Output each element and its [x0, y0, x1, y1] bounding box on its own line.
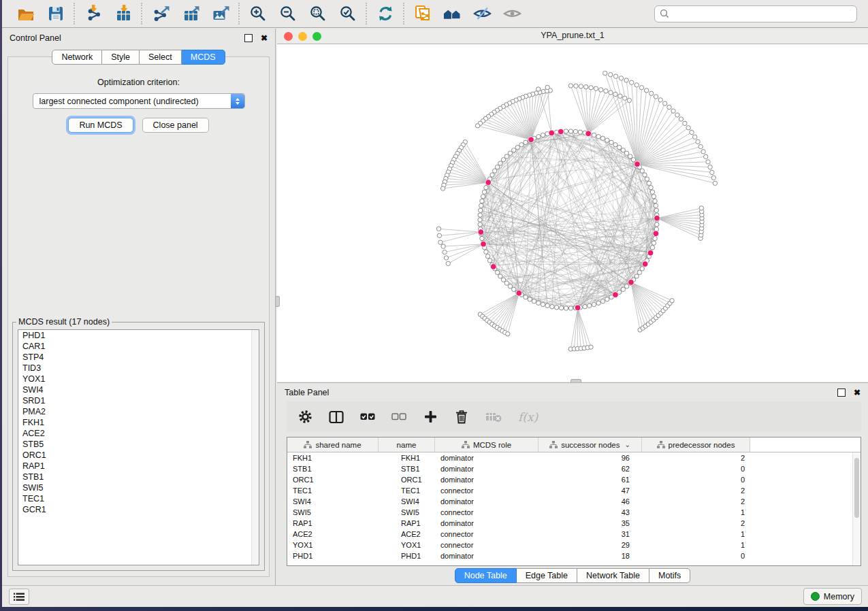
table-cell: ACE2: [379, 530, 435, 538]
table-cell: TEC1: [287, 486, 379, 495]
network-canvas[interactable]: [277, 44, 868, 382]
zoom-in-button[interactable]: [248, 5, 267, 23]
float-panel-icon[interactable]: [244, 34, 253, 42]
mcds-result-node[interactable]: SRD1: [18, 395, 259, 406]
table-cell: YOX1: [287, 541, 379, 549]
import-network-button[interactable]: [84, 5, 102, 23]
clone-network-view-button[interactable]: [413, 5, 432, 23]
refresh-button[interactable]: [376, 5, 394, 23]
tab-edge-table[interactable]: Edge Table: [517, 568, 577, 583]
zoom-out-button[interactable]: [278, 5, 297, 23]
table-cell: connector: [435, 530, 539, 538]
export-table-button[interactable]: [181, 5, 199, 23]
first-neighbors-icon: [443, 5, 462, 22]
tab-motifs[interactable]: Motifs: [649, 568, 690, 583]
mcds-result-node[interactable]: STP4: [18, 352, 259, 363]
table-row[interactable]: SWI5SWI5connector431: [287, 507, 861, 518]
search-input[interactable]: [673, 8, 852, 19]
table-row[interactable]: PHD1PHD1dominator180: [287, 550, 861, 561]
mcds-result-node[interactable]: ACE2: [18, 428, 259, 439]
table-cell: STB1: [287, 465, 379, 473]
column-header[interactable]: successor nodes⌄: [539, 437, 642, 452]
settings-button[interactable]: [298, 409, 312, 425]
split-panel-button[interactable]: [329, 409, 344, 425]
tab-mcds[interactable]: MCDS: [182, 50, 225, 65]
deselect-all-button[interactable]: [391, 409, 406, 425]
close-panel-button[interactable]: Close panel: [142, 118, 209, 133]
mcds-result-node[interactable]: PHD1: [18, 330, 259, 341]
status-bar: Memory: [2, 585, 868, 607]
run-mcds-button[interactable]: Run MCDS: [68, 118, 133, 133]
optimization-criterion-dropdown[interactable]: largest connected component (undirected): [33, 93, 245, 109]
float-table-panel-icon[interactable]: [837, 389, 846, 397]
column-header[interactable]: MCDS role: [435, 437, 539, 452]
table-row[interactable]: SWI4SWI4dominator462: [287, 496, 861, 507]
table-scrollbar[interactable]: [852, 452, 861, 565]
open-file-button[interactable]: [16, 5, 35, 23]
import-table-button[interactable]: [114, 5, 132, 23]
task-history-button[interactable]: [9, 589, 29, 605]
zoom-selected-button[interactable]: [338, 5, 357, 23]
zoom-out-icon: [279, 5, 297, 22]
splitter-handle-vertical[interactable]: [275, 296, 280, 307]
table-row[interactable]: ORC1ORC1dominator610: [287, 474, 861, 485]
mcds-result-node[interactable]: GCR1: [18, 504, 259, 515]
save-button[interactable]: [46, 5, 65, 23]
mcds-result-node[interactable]: FKH1: [18, 417, 259, 428]
column-header[interactable]: predecessor nodes: [642, 437, 750, 452]
search-box[interactable]: [654, 5, 857, 22]
tab-network[interactable]: Network: [52, 50, 102, 65]
application-window: Control Panel ✖ NetworkStyleSelectMCDS O…: [2, 0, 868, 607]
show-all-button[interactable]: [503, 5, 521, 23]
export-network-button[interactable]: [151, 5, 170, 23]
tab-style[interactable]: Style: [102, 50, 140, 65]
mcds-result-node[interactable]: STB5: [18, 439, 259, 450]
mcds-result-node[interactable]: YOX1: [18, 374, 259, 384]
close-table-panel-icon[interactable]: ✖: [854, 389, 861, 396]
table-row[interactable]: YOX1YOX1connector291: [287, 540, 861, 550]
memory-status-icon: [811, 592, 820, 601]
network-window-titlebar[interactable]: YPA_prune.txt_1: [277, 29, 868, 44]
sort-chevron-icon: ⌄: [624, 441, 630, 448]
save-icon: [47, 5, 65, 22]
column-header[interactable]: shared name: [287, 437, 379, 452]
table-panel: Table Panel ✖ f(x) shared namenameMCDS r…: [277, 382, 868, 585]
tab-select[interactable]: Select: [140, 50, 182, 65]
table-row[interactable]: RAP1RAP1dominator352: [287, 518, 861, 529]
network-graph[interactable]: [277, 44, 868, 382]
zoom-fit-button[interactable]: [308, 5, 327, 23]
mcds-result-node[interactable]: SWI4: [18, 384, 259, 395]
table-cell: dominator: [435, 519, 539, 527]
memory-button[interactable]: Memory: [803, 588, 862, 605]
mcds-result-node[interactable]: TID3: [18, 363, 259, 374]
table-row[interactable]: TEC1TEC1connector472: [287, 485, 861, 496]
table-row[interactable]: FKH1FKH1dominator962: [287, 452, 861, 463]
table-scrollbar-thumb[interactable]: [854, 458, 859, 518]
mcds-result-list[interactable]: PHD1CAR1STP4TID3YOX1SWI4SRD1PMA2FKH1ACE2…: [18, 329, 259, 565]
export-image-button[interactable]: [211, 5, 229, 23]
first-neighbors-button[interactable]: [443, 5, 462, 23]
column-header[interactable]: name: [379, 437, 435, 452]
mcds-result-node[interactable]: ORC1: [18, 450, 259, 461]
mcds-result-node[interactable]: SWI5: [18, 482, 259, 493]
table-cell: 61: [539, 476, 642, 484]
table-cell: PHD1: [379, 552, 435, 560]
add-row-button[interactable]: [423, 409, 438, 425]
mcds-result-node[interactable]: RAP1: [18, 461, 259, 472]
tab-node-table[interactable]: Node Table: [455, 568, 517, 583]
column-type-icon: [304, 441, 312, 448]
delete-row-button[interactable]: [454, 409, 469, 425]
tab-network-table[interactable]: Network Table: [577, 568, 649, 583]
table-cell: 35: [539, 519, 642, 527]
hide-selected-button[interactable]: [473, 5, 492, 23]
table-cell: dominator: [435, 465, 539, 473]
list-scrollbar[interactable]: [251, 330, 259, 565]
close-panel-icon[interactable]: ✖: [261, 35, 268, 42]
mcds-result-node[interactable]: PMA2: [18, 406, 259, 417]
mcds-result-node[interactable]: CAR1: [18, 341, 259, 352]
select-all-button[interactable]: [360, 409, 375, 425]
mcds-result-node[interactable]: STB1: [18, 472, 259, 482]
table-row[interactable]: ACE2ACE2connector311: [287, 529, 861, 540]
mcds-result-node[interactable]: TEC1: [18, 493, 259, 504]
table-row[interactable]: STB1STB1dominator620: [287, 463, 861, 474]
